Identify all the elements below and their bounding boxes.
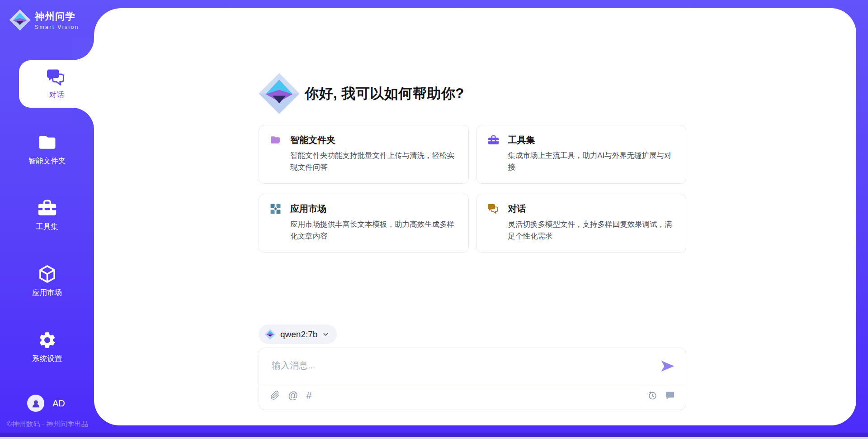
feature-card-title: 对话	[508, 203, 526, 215]
sidebar: 神州问学 Smart Vision 对话 智能文件夹 工具集 应用市场 系统设置	[0, 0, 94, 439]
sidebar-item-label: 工具集	[36, 222, 58, 232]
feature-card-title: 工具集	[508, 134, 535, 146]
send-button[interactable]	[660, 358, 676, 374]
feature-card-description: 应用市场提供丰富长文本模板，助力高效生成多样化文章内容	[290, 218, 458, 242]
sidebar-item-label: 智能文件夹	[28, 156, 66, 166]
message-input[interactable]	[271, 355, 652, 375]
chat-icon	[47, 68, 66, 87]
window-bottom-edge	[0, 433, 868, 437]
composer-divider	[259, 384, 685, 384]
composer-tools-right	[647, 391, 675, 401]
cube-icon	[38, 264, 57, 284]
brand-logo: 神州问学 Smart Vision	[9, 9, 79, 31]
feature-card-app-market[interactable]: 应用市场 应用市场提供丰富长文本模板，助力高效生成多样化文章内容	[259, 194, 469, 253]
toolbox-icon	[488, 134, 499, 146]
toolbox-icon	[38, 198, 57, 218]
sidebar-item-toolset[interactable]: 工具集	[0, 198, 94, 232]
sidebar-item-app-market[interactable]: 应用市场	[0, 264, 94, 298]
folder-icon	[38, 133, 57, 152]
chat-icon	[488, 203, 499, 215]
feature-card-toolset[interactable]: 工具集 集成市场上主流工具，助力AI与外界无缝扩展与对接	[476, 125, 687, 184]
sidebar-item-chat[interactable]: 对话	[19, 60, 94, 108]
feature-card-title: 应用市场	[290, 203, 326, 215]
app-window: 你好, 我可以如何帮助你? 智能文件夹 智能文件夹功能支持批量文件上传与清洗，轻…	[0, 0, 868, 439]
avatar	[27, 395, 44, 412]
tab-curve-top	[72, 38, 94, 60]
feature-card-chat[interactable]: 对话 灵活切换多模型文件，支持多样回复效果调试，满足个性化需求	[476, 194, 687, 253]
feature-card-header: 智能文件夹	[270, 134, 458, 146]
model-selector-button[interactable]: qwen2:7b	[259, 324, 337, 344]
chevron-down-icon	[322, 330, 330, 338]
feature-card-header: 对话	[488, 203, 675, 215]
folder-open-icon	[270, 134, 281, 146]
user-name: AD	[52, 398, 65, 409]
user-account[interactable]: AD	[27, 395, 65, 412]
paperclip-icon	[270, 391, 280, 400]
main-panel: 你好, 我可以如何帮助你? 智能文件夹 智能文件夹功能支持批量文件上传与清洗，轻…	[94, 8, 856, 425]
person-icon	[30, 398, 42, 409]
feature-card-smart-folder[interactable]: 智能文件夹 智能文件夹功能支持批量文件上传与清洗，轻松实现文件问答	[259, 125, 469, 184]
window-bottom-line	[0, 437, 868, 439]
feature-card-title: 智能文件夹	[290, 134, 335, 146]
quick-phrases-button[interactable]	[665, 391, 675, 401]
app-subtitle: Smart Vision	[35, 24, 79, 30]
message-composer: @ #	[259, 348, 686, 410]
feature-card-description: 智能文件夹功能支持批量文件上传与清洗，轻松实现文件问答	[290, 149, 458, 173]
composer-tools-left: @ #	[270, 391, 312, 400]
tab-curve-bottom	[72, 108, 94, 129]
copyright-footer: ©神州数码 · 神州问学出品	[7, 420, 88, 429]
mention-button[interactable]: @	[288, 391, 298, 400]
sidebar-item-settings[interactable]: 系统设置	[0, 330, 94, 364]
feature-card-description: 灵活切换多模型文件，支持多样回复效果调试，满足个性化需求	[508, 218, 675, 242]
model-logo-icon	[264, 329, 276, 340]
app-title: 神州问学	[35, 10, 79, 23]
greeting: 你好, 我可以如何帮助你?	[258, 72, 464, 115]
sidebar-item-smart-folder[interactable]: 智能文件夹	[0, 133, 94, 166]
model-selector-value: qwen2:7b	[280, 329, 317, 339]
sidebar-item-label: 系统设置	[32, 354, 62, 364]
feature-card-header: 工具集	[488, 134, 675, 146]
logo-diamond-icon	[9, 9, 31, 31]
greeting-title: 你好, 我可以如何帮助你?	[305, 84, 464, 103]
sidebar-item-label: 对话	[49, 90, 64, 100]
brand-text: 神州问学 Smart Vision	[35, 10, 79, 30]
app-logo-icon	[258, 72, 300, 115]
chat-bubble-icon	[665, 391, 675, 401]
feature-card-header: 应用市场	[270, 203, 458, 215]
history-button[interactable]	[647, 391, 657, 401]
history-clock-icon	[647, 391, 657, 401]
topic-button[interactable]: #	[306, 391, 311, 400]
feature-card-description: 集成市场上主流工具，助力AI与外界无缝扩展与对接	[508, 149, 675, 173]
attach-file-button[interactable]	[270, 391, 280, 400]
grid-icon	[270, 203, 281, 215]
gear-icon	[38, 330, 57, 350]
feature-cards: 智能文件夹 智能文件夹功能支持批量文件上传与清洗，轻松实现文件问答 工具集 集成…	[259, 125, 686, 253]
send-plane-icon	[660, 358, 676, 374]
sidebar-item-label: 应用市场	[32, 288, 62, 298]
